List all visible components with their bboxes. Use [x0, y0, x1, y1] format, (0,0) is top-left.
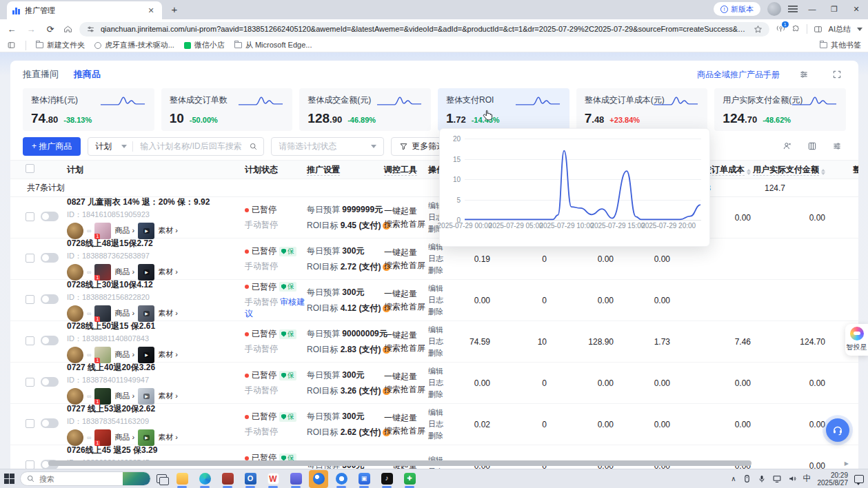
extensions-puzzle-icon[interactable]: [791, 25, 800, 34]
taskbar-clock[interactable]: 20:292025/8/27: [818, 471, 849, 487]
media-control-icon[interactable]: 1: [776, 24, 785, 34]
col-user-paid[interactable]: 用户实际支付金额: [751, 164, 825, 176]
bookmark-item[interactable]: 微信小店: [184, 40, 225, 50]
task-view-button[interactable]: [157, 474, 167, 483]
tab-promote-product[interactable]: 推商品: [74, 68, 101, 81]
plan-title[interactable]: 0728线上48退15保2.72: [67, 238, 245, 250]
customer-service-button[interactable]: [826, 418, 849, 442]
bookmark-item[interactable]: 虎牙直播-技术驱动...: [94, 40, 174, 50]
ai-summary-button[interactable]: AI总结: [829, 24, 851, 34]
search-topview-link[interactable]: 搜索抢首屏: [384, 426, 425, 436]
product-manual-link[interactable]: 商品全域推广产品手册: [697, 69, 780, 81]
edit-link[interactable]: 编辑: [428, 408, 443, 416]
ime-indicator[interactable]: 中: [803, 473, 811, 485]
refresh-button[interactable]: ⟳: [44, 24, 57, 34]
window-minimize-button[interactable]: —: [805, 5, 820, 13]
material-link[interactable]: 素材 ›: [158, 308, 178, 318]
plan-toggle-switch[interactable]: [41, 253, 59, 263]
custom-columns-icon[interactable]: [803, 139, 821, 154]
row-checkbox[interactable]: [26, 419, 34, 428]
row-checkbox[interactable]: [26, 336, 34, 345]
search-topview-link[interactable]: 搜索抢首屏: [384, 302, 425, 312]
plan-title[interactable]: 0827 儿童雨衣 14% 退：20% 保：9.92: [67, 196, 245, 208]
new-tab-button[interactable]: +: [166, 1, 183, 18]
material-link[interactable]: 素材 ›: [158, 391, 178, 401]
sidebar-toggle-icon[interactable]: [7, 41, 16, 50]
taskbar-app-store-red[interactable]: [218, 470, 237, 488]
microphone-icon[interactable]: [758, 474, 766, 483]
row-checkbox[interactable]: [26, 295, 34, 304]
table-settings-icon[interactable]: [828, 139, 846, 154]
metric-card-roi[interactable]: 整体支付ROI 1.72-14.43%: [438, 88, 569, 131]
tray-device-icon[interactable]: [743, 474, 751, 483]
taskbar-app-outlook[interactable]: O: [241, 470, 260, 488]
log-link[interactable]: 日志: [428, 337, 443, 345]
product-link[interactable]: 商品 ›: [114, 267, 134, 277]
select-all-checkbox[interactable]: [26, 164, 34, 173]
delete-link[interactable]: 删除: [428, 349, 443, 357]
plan-title[interactable]: 0728线上50退15 保2.61: [67, 321, 245, 332]
plan-title[interactable]: 0728线上30退10保4.12: [67, 279, 245, 291]
material-link[interactable]: 素材 ›: [158, 267, 178, 277]
edit-link[interactable]: 编辑: [428, 284, 443, 292]
plan-status-select[interactable]: 请筛选计划状态: [271, 137, 384, 156]
material-link[interactable]: 素材 ›: [158, 349, 178, 360]
browser-tab[interactable]: 推广管理 ✕: [7, 1, 162, 19]
search-topview-link[interactable]: 搜索抢首屏: [384, 219, 425, 229]
fullscreen-icon[interactable]: [828, 67, 846, 82]
assistant-widget[interactable]: 智投星: [845, 324, 868, 356]
browser-profile-avatar[interactable]: [767, 2, 781, 16]
search-topview-link[interactable]: 搜索抢首屏: [384, 343, 425, 353]
plan-toggle-switch[interactable]: [41, 212, 59, 221]
scrollbar-thumb[interactable]: [48, 460, 751, 466]
bookmark-item[interactable]: 新建文件夹: [36, 40, 85, 50]
log-link[interactable]: 日志: [428, 378, 443, 387]
search-highlight-image[interactable]: [123, 471, 150, 486]
edit-link[interactable]: 编辑: [428, 367, 443, 375]
row-checkbox[interactable]: [26, 254, 34, 263]
taskbar-app-edge[interactable]: [195, 470, 214, 488]
search-topview-link[interactable]: 搜索抢首屏: [384, 385, 425, 394]
taskbar-app-blue-circle[interactable]: [332, 470, 351, 488]
plan-toggle-switch[interactable]: [41, 377, 59, 387]
material-link[interactable]: 素材 ›: [158, 432, 178, 443]
log-link[interactable]: 日志: [428, 254, 443, 263]
taskbar-app-douyin[interactable]: ♪: [377, 470, 396, 488]
tab-close-icon[interactable]: ✕: [145, 5, 157, 16]
metric-card-orders[interactable]: 整体成交订单数 10-50.00%: [161, 88, 293, 131]
material-link[interactable]: 素材 ›: [158, 225, 178, 236]
window-maximize-button[interactable]: ❐: [827, 5, 842, 14]
plan-toggle-switch[interactable]: [41, 336, 59, 345]
delete-link[interactable]: 删除: [428, 266, 443, 274]
start-button[interactable]: [4, 474, 14, 484]
one-key-boost-link[interactable]: 一键起量: [384, 330, 417, 340]
log-link[interactable]: 日志: [428, 296, 443, 304]
plan-toggle-switch[interactable]: [41, 294, 59, 304]
one-key-boost-link[interactable]: 一键起量: [384, 372, 417, 381]
volume-icon[interactable]: [788, 474, 797, 483]
plan-title[interactable]: 0727 线上40退20保3.26: [67, 362, 245, 374]
promote-product-button[interactable]: + 推广商品: [23, 137, 81, 156]
product-link[interactable]: 商品 ›: [114, 391, 134, 401]
metric-card-user-paid[interactable]: 用户实际支付金额(元) 124.70-48.62%: [714, 88, 846, 131]
delete-link[interactable]: 删除: [428, 307, 443, 316]
network-icon[interactable]: [772, 474, 782, 483]
url-bar[interactable]: qianchuan.jinritemai.com/uni-prom?aavid=…: [79, 22, 769, 37]
taskbar-app-blue-square[interactable]: ▣: [354, 470, 374, 488]
forward-button[interactable]: →: [25, 24, 37, 34]
taskbar-app-wps[interactable]: W: [263, 470, 283, 488]
home-icon[interactable]: [63, 25, 72, 34]
bookmark-star-icon[interactable]: [754, 25, 763, 34]
taskbar-app-qianchuan-active[interactable]: [309, 470, 328, 488]
horizontal-scrollbar[interactable]: ▶: [21, 460, 843, 466]
back-button[interactable]: ←: [6, 24, 18, 34]
metric-card-order-cost[interactable]: 整体成交订单成本(元) 7.48+23.84%: [576, 88, 708, 131]
row-checkbox[interactable]: [26, 378, 34, 387]
metric-card-cost[interactable]: 整体消耗(元) 74.80-38.13%: [23, 88, 154, 131]
metric-card-gmv[interactable]: 整体成交金额(元) 128.90-46.89%: [299, 88, 431, 131]
row-checkbox[interactable]: [26, 212, 34, 221]
plan-toggle-switch[interactable]: [41, 418, 59, 428]
site-controls-icon[interactable]: [86, 25, 95, 34]
custom-audience-icon[interactable]: [778, 139, 796, 154]
search-icon[interactable]: [249, 142, 258, 151]
